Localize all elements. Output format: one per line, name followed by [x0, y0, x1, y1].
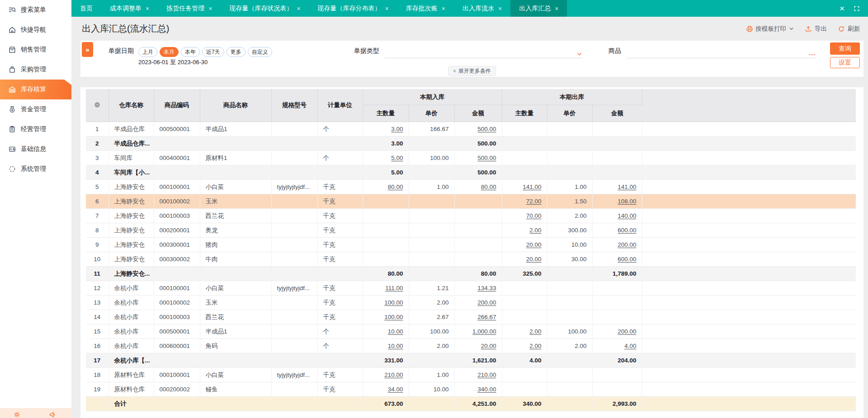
col-header-product-name[interactable]: 商品名称 — [200, 89, 271, 122]
tab-close-icon[interactable]: × — [385, 5, 389, 12]
tab-出入库汇总[interactable]: 出入库汇总× — [510, 0, 567, 17]
cell-out-qty-link[interactable]: 72.00 — [526, 198, 542, 205]
cell-out-amount-link[interactable]: 200.00 — [618, 328, 636, 335]
cell-in-amount-link[interactable]: 340.00 — [477, 386, 496, 393]
cell-out-qty-link[interactable]: 2.00 — [529, 328, 541, 335]
table-row[interactable]: 16余杭小库000600001角码个10.002.0020.002.002.00… — [86, 339, 856, 353]
cell-in-amount[interactable]: 500.00 — [454, 122, 502, 136]
cell-out-qty[interactable]: 72.00 — [502, 194, 547, 209]
col-header-in-amount[interactable]: 金额 — [454, 105, 502, 122]
table-row[interactable]: 18原材料仓库000100001小白菜tyjyjtyjtyjdf...千克210… — [86, 368, 856, 382]
cell-out-qty[interactable]: 141.00 — [502, 180, 547, 194]
expand-more-conditions[interactable]: » 展开更多条件 — [448, 66, 496, 76]
cell-in-qty[interactable]: 111.00 — [363, 281, 409, 296]
date-range-value[interactable]: 2023-06-01 至 2023-06-30 — [138, 58, 272, 66]
cell-out-amount-link[interactable]: 140.00 — [618, 212, 636, 219]
tab-库存批次账[interactable]: 库存批次账× — [397, 0, 454, 17]
cell-out-qty[interactable]: 2.00 — [502, 223, 547, 238]
cell-out-qty-link[interactable]: 2.00 — [529, 227, 541, 234]
date-option-近7天[interactable]: 近7天 — [202, 47, 224, 57]
col-header-in-price[interactable]: 单价 — [409, 105, 454, 122]
cell-in-qty[interactable]: 10.00 — [363, 324, 409, 339]
table-row[interactable]: 6上海静安仓000100002玉米千克72.001.50108.00 — [86, 194, 856, 209]
date-option-上月[interactable]: 上月 — [138, 47, 157, 57]
column-config-header[interactable] — [86, 89, 108, 122]
cell-out-qty-link[interactable]: 20.00 — [526, 241, 542, 248]
cell-out-amount-link[interactable]: 108.00 — [618, 198, 636, 205]
sidebar-item-资金管理[interactable]: 资金管理 — [0, 99, 71, 119]
cell-out-amount[interactable]: 108.00 — [592, 194, 642, 209]
close-all-icon[interactable]: × — [840, 4, 844, 13]
cell-in-amount[interactable]: 340.00 — [454, 382, 502, 397]
cell-in-qty-link[interactable]: 80.00 — [388, 183, 403, 190]
export-button[interactable]: 导出 — [805, 25, 827, 33]
cell-in-qty-link[interactable]: 3.00 — [391, 126, 403, 132]
cell-out-qty[interactable]: 2.00 — [502, 339, 547, 353]
sidebar-item-经营管理[interactable]: 经营管理 — [0, 119, 71, 139]
cell-in-amount[interactable]: 200.00 — [454, 296, 502, 310]
refresh-button[interactable]: 刷新 — [838, 25, 860, 33]
col-header-in-qty[interactable]: 主数量 — [363, 105, 409, 122]
sidebar-item-搜索菜单[interactable]: 搜索菜单 — [0, 0, 71, 20]
gear-icon[interactable] — [94, 102, 100, 108]
date-option-本月[interactable]: 本月 — [160, 47, 179, 57]
chevron-down-icon[interactable] — [576, 51, 582, 57]
cell-out-qty[interactable]: 70.00 — [502, 209, 547, 223]
cell-in-qty[interactable]: 5.00 — [363, 151, 409, 165]
table-row[interactable]: 8上海静安仓000200001奥龙千克2.00300.00600.00 — [86, 223, 856, 238]
cell-out-qty[interactable]: 20.00 — [502, 238, 547, 252]
cell-in-qty-link[interactable]: 5.00 — [391, 155, 403, 161]
cell-in-qty[interactable]: 34.00 — [363, 382, 409, 397]
tab-现存量（库存状况表）[interactable]: 现存量（库存状况表）× — [221, 0, 309, 17]
subtotal-row[interactable]: 17余杭小库【...331.001,621.004.00204.00 — [86, 353, 856, 368]
cell-in-qty-link[interactable]: 10.00 — [388, 328, 403, 335]
cell-in-qty[interactable]: 80.00 — [363, 180, 409, 194]
cell-out-qty[interactable]: 2.00 — [502, 324, 547, 339]
cell-in-amount[interactable]: 266.67 — [454, 310, 502, 324]
col-header-out-qty[interactable]: 主数量 — [502, 105, 547, 122]
more-options-ellipsis[interactable]: ... — [809, 50, 816, 56]
table-row[interactable]: 15余杭小库000500001半成品1个10.00100.001,000.002… — [86, 324, 856, 339]
table-row[interactable]: 12余杭小库000100001小白菜tyjyjtyjtyjdf...千克111.… — [86, 281, 856, 296]
table-row[interactable]: 1半成品仓库000500001半成品1个3.00166.67500.00 — [86, 122, 856, 136]
total-row[interactable]: 合计673.004,251.00340.002,993.00 — [86, 397, 856, 411]
cell-in-amount[interactable]: 80.00 — [454, 180, 502, 194]
subtotal-row[interactable]: 4车间库【小...5.00500.00 — [86, 165, 856, 180]
gear-icon[interactable] — [14, 411, 20, 418]
sidebar-item-库存核算[interactable]: 库存核算 — [0, 80, 71, 99]
cell-in-amount-link[interactable]: 134.33 — [477, 285, 496, 291]
cell-in-amount[interactable]: 210.00 — [454, 368, 502, 382]
cell-in-qty-link[interactable]: 34.00 — [388, 386, 403, 393]
cell-in-qty[interactable]: 100.00 — [363, 310, 409, 324]
cell-out-amount[interactable]: 140.00 — [592, 209, 642, 223]
cell-in-qty-link[interactable]: 10.00 — [388, 343, 403, 349]
date-option-本年[interactable]: 本年 — [181, 47, 200, 57]
table-row[interactable]: 19原材料仓库000200002鳗鱼千克34.0010.00340.00 — [86, 382, 856, 397]
col-header-unit[interactable]: 计量单位 — [317, 89, 363, 122]
subtotal-row[interactable]: 11上海静安仓...80.0080.00325.001,789.00 — [86, 267, 856, 281]
cell-in-amount-link[interactable]: 266.67 — [477, 314, 496, 320]
col-header-out-amount[interactable]: 金额 — [592, 105, 642, 122]
table-row[interactable]: 3车间库000400001原材料1个5.00100.00500.00 — [86, 151, 856, 165]
cell-in-amount[interactable]: 1,000.00 — [454, 324, 502, 339]
tab-出入库流水[interactable]: 出入库流水× — [454, 0, 510, 17]
cell-in-amount-link[interactable]: 20.00 — [481, 343, 496, 349]
cell-in-amount-link[interactable]: 500.00 — [477, 126, 496, 132]
tab-拣货任务管理[interactable]: 拣货任务管理× — [158, 0, 221, 17]
subtotal-row[interactable]: 2半成品仓库...3.00500.00 — [86, 136, 856, 151]
table-row[interactable]: 5上海静安仓000100001小白菜tyjyjtyjtyjdf...千克80.0… — [86, 180, 856, 194]
tab-成本调整单[interactable]: 成本调整单× — [101, 0, 158, 17]
cell-in-qty[interactable]: 3.00 — [363, 122, 409, 136]
date-option-自定义[interactable]: 自定义 — [248, 47, 272, 57]
table-row[interactable]: 13余杭小库000100002玉米千克100.002.00200.00 — [86, 296, 856, 310]
tab-现存量（库存分布表）[interactable]: 现存量（库存分布表）× — [309, 0, 397, 17]
tab-close-icon[interactable]: × — [498, 5, 502, 12]
tab-close-icon[interactable]: × — [297, 5, 300, 12]
cell-out-amount[interactable]: 600.00 — [592, 223, 642, 238]
cell-in-qty[interactable]: 100.00 — [363, 296, 409, 310]
cell-in-amount[interactable]: 20.00 — [454, 339, 502, 353]
cell-out-amount[interactable]: 200.00 — [592, 324, 642, 339]
sidebar-item-快捷导航[interactable]: 快捷导航 — [0, 20, 71, 40]
table-row[interactable]: 7上海静安仓000100003西兰花千克70.002.00140.00 — [86, 209, 856, 223]
cell-in-amount-link[interactable]: 500.00 — [477, 155, 496, 161]
